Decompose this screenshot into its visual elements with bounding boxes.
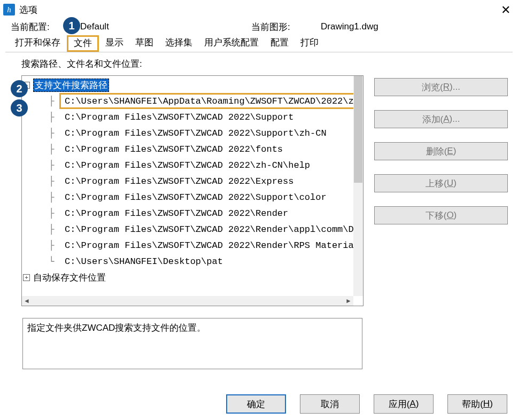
current-config-value: Default: [80, 21, 251, 32]
tree-path-text: C:\Program Files\ZWSOFT\ZWCAD 2022\Rende…: [65, 240, 353, 251]
tab-files[interactable]: 文件: [67, 35, 99, 52]
help-button[interactable]: 帮助(H): [447, 394, 507, 414]
file-tree-panel: − 支持文件搜索路径 ├ C:\Users\SHANGFEI\AppData\R…: [21, 75, 364, 306]
tree-path-text: C:\Program Files\ZWSOFT\ZWCAD 2022\Expre…: [65, 176, 293, 186]
tree-path-text: C:\Program Files\ZWSOFT\ZWCAD 2022\Suppo…: [65, 128, 327, 138]
tree-path-item[interactable]: ├ C:\Users\SHANGFEI\AppData\Roaming\ZWSO…: [22, 93, 353, 109]
dialog-button-bar: 确定 取消 应用(A) 帮助(H): [226, 394, 507, 414]
tree-branch-icon: ├: [49, 128, 65, 138]
current-drawing-value: Drawing1.dwg: [321, 21, 492, 32]
scroll-right-icon[interactable]: ►: [344, 297, 353, 305]
tree-branch-icon: ├: [49, 240, 65, 251]
vertical-scrollbar-thumb[interactable]: [354, 76, 362, 183]
window-title: 选项: [19, 4, 37, 16]
annotation-badge-3: 3: [11, 99, 28, 116]
horizontal-scrollbar[interactable]: ◄ ►: [22, 296, 353, 306]
tree-path-item[interactable]: ├ C:\Program Files\ZWSOFT\ZWCAD 2022\Ren…: [22, 237, 353, 253]
tree-path-item[interactable]: ├ C:\Program Files\ZWSOFT\ZWCAD 2022\Ren…: [22, 221, 353, 237]
tree-path-text: C:\Program Files\ZWSOFT\ZWCAD 2022\zh-CN…: [65, 160, 310, 170]
apply-button[interactable]: 应用(A): [374, 394, 434, 414]
tree-path-text: C:\Users\SHANGFEI\AppData\Roaming\ZWSOFT…: [65, 96, 353, 106]
tab-open-save[interactable]: 打开和保存: [10, 35, 66, 52]
file-tree[interactable]: − 支持文件搜索路径 ├ C:\Users\SHANGFEI\AppData\R…: [22, 76, 353, 296]
expand-icon[interactable]: +: [23, 274, 30, 281]
tab-selection[interactable]: 选择集: [160, 35, 198, 52]
move-up-button[interactable]: 上移(U): [374, 174, 508, 192]
tab-display[interactable]: 显示: [100, 35, 129, 52]
tree-path-item[interactable]: ├ C:\Program Files\ZWSOFT\ZWCAD 2022\Sup…: [22, 189, 353, 205]
tree-path-item[interactable]: ├ C:\Program Files\ZWSOFT\ZWCAD 2022\zh-…: [22, 157, 353, 173]
tree-path-text: C:\Program Files\ZWSOFT\ZWCAD 2022\Suppo…: [65, 192, 327, 203]
tree-branch-icon: ├: [49, 176, 65, 186]
tree-branch-icon: ├: [49, 192, 65, 203]
tree-branch-icon: └: [49, 256, 65, 267]
tree-path-item[interactable]: ├ C:\Program Files\ZWSOFT\ZWCAD 2022\Sup…: [22, 125, 353, 141]
tree-path-item[interactable]: ├ C:\Program Files\ZWSOFT\ZWCAD 2022\fon…: [22, 141, 353, 157]
tree-branch-icon: ├: [49, 112, 65, 122]
tree-path-text: C:\Program Files\ZWSOFT\ZWCAD 2022\Rende…: [65, 208, 288, 219]
tree-branch-icon: ├: [49, 208, 65, 219]
ok-button[interactable]: 确定: [226, 394, 286, 414]
delete-button[interactable]: 删除(E): [374, 142, 508, 160]
tree-path-text: C:\Program Files\ZWSOFT\ZWCAD 2022\fonts: [65, 144, 283, 154]
tab-print[interactable]: 打印: [295, 35, 324, 52]
description-box: 指定文件夹供ZWCAD搜索支持文件的位置。: [22, 318, 362, 369]
vertical-scrollbar[interactable]: [353, 76, 363, 296]
scroll-left-icon[interactable]: ◄: [22, 297, 32, 305]
tree-branch-icon: ├: [49, 96, 65, 106]
tree-path-text: C:\Users\SHANGFEI\Desktop\pat: [65, 256, 223, 267]
move-down-button[interactable]: 下移(O): [374, 206, 508, 224]
add-button[interactable]: 添加(A)...: [374, 110, 508, 128]
browse-button[interactable]: 浏览(R)...: [374, 78, 508, 96]
tree-path-text: C:\Program Files\ZWSOFT\ZWCAD 2022\Rende…: [65, 224, 353, 235]
tree-branch-icon: ├: [49, 160, 65, 170]
tree-path-item[interactable]: ├ C:\Program Files\ZWSOFT\ZWCAD 2022\Exp…: [22, 173, 353, 189]
tree-node-label: 支持文件搜索路径: [33, 79, 109, 92]
tree-branch-icon: ├: [49, 144, 65, 154]
annotation-badge-1: 1: [63, 17, 80, 34]
content-heading: 搜索路径、文件名和文件位置:: [21, 58, 509, 70]
tab-user-system[interactable]: 用户系统配置: [199, 35, 264, 52]
current-drawing-label: 当前图形:: [251, 21, 321, 33]
annotation-badge-2: 2: [11, 80, 28, 97]
close-icon[interactable]: ✕: [501, 3, 511, 17]
titlebar: h 选项 ✕: [0, 0, 518, 19]
tree-path-item[interactable]: └ C:\Users\SHANGFEI\Desktop\pat: [22, 253, 353, 269]
tab-profiles[interactable]: 配置: [265, 35, 294, 52]
tree-node-support-path[interactable]: − 支持文件搜索路径: [22, 77, 353, 93]
app-icon: h: [3, 4, 15, 15]
tree-path-item[interactable]: ├ C:\Program Files\ZWSOFT\ZWCAD 2022\Ren…: [22, 205, 353, 221]
tree-branch-icon: ├: [49, 224, 65, 235]
cancel-button[interactable]: 取消: [300, 394, 360, 414]
tree-node-autosave[interactable]: + 自动保存文件位置: [22, 269, 353, 285]
tab-bar: 打开和保存 文件 显示 草图 选择集 用户系统配置 配置 打印: [0, 35, 518, 52]
tree-path-text: C:\Program Files\ZWSOFT\ZWCAD 2022\Suppo…: [65, 112, 293, 122]
tree-path-item[interactable]: ├ C:\Program Files\ZWSOFT\ZWCAD 2022\Sup…: [22, 109, 353, 125]
tab-sketch[interactable]: 草图: [130, 35, 159, 52]
tree-node-label: 自动保存文件位置: [33, 271, 106, 284]
